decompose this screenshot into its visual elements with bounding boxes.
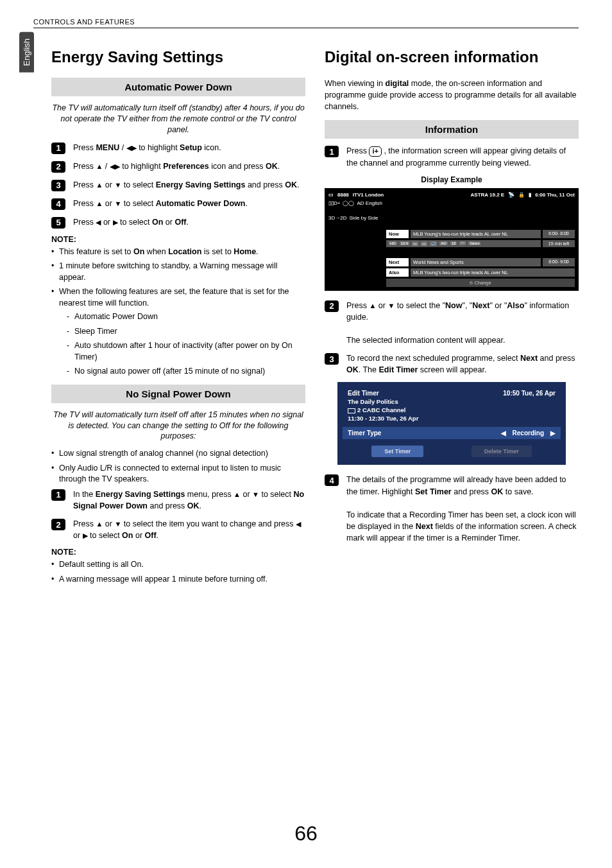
step-number-icon: 1 xyxy=(51,143,65,154)
next-programme: World News and Sports xyxy=(411,258,541,266)
subheading-no-signal: No Signal Power Down xyxy=(51,385,305,403)
apd-step-4: 4 Press ▲ or ▼ to select Automatic Power… xyxy=(51,198,305,210)
channel-info-panel: ▭ 8888 ITV1 London ASTRA 19.2 E 📡 🔒 ▮ 6:… xyxy=(325,188,579,291)
step-number-icon: 2 xyxy=(325,300,339,312)
step-text: Press ▲ or ▼ to select Automatic Power D… xyxy=(73,198,248,209)
timer-type-label: Timer Type xyxy=(348,430,381,437)
time-left: 15 min left xyxy=(543,240,575,247)
now-programme: MLB Young's two-run triple leads AL over… xyxy=(411,230,541,238)
channel-number: 8888 xyxy=(337,192,349,198)
step-text: Press ▲ or ▼ to select Energy Saving Set… xyxy=(73,179,299,191)
list-item: Auto shutdown after 1 hour of inactivity… xyxy=(67,340,305,363)
audio-icon: 🔊 xyxy=(430,241,437,246)
info-step-2: 2 Press ▲ or ▼ to select the "Now", "Nex… xyxy=(325,300,579,347)
up-arrow-icon: ▲ xyxy=(234,490,241,500)
step-text: Press MENU / ◀▶ to highlight Setup icon. xyxy=(73,142,221,153)
right-title: Digital on-screen information xyxy=(325,48,579,66)
info-button-icon: i+ xyxy=(369,146,381,156)
apd-step-3: 3 Press ▲ or ▼ to select Energy Saving S… xyxy=(51,179,305,191)
apd-step-5: 5 Press ◀ or ▶ to select On or Off. xyxy=(51,216,305,229)
now-label: Now xyxy=(386,230,409,238)
list-item: Low signal strength of analog channel (n… xyxy=(51,448,305,460)
timer-buttons: Set Timer Delete Timer xyxy=(348,446,556,457)
nspd-step-1: 1 In the Energy Saving Settings menu, pr… xyxy=(51,489,305,512)
next-time: 8:00- 9:00 xyxy=(543,258,575,266)
step-text: Press i+ , the information screen will a… xyxy=(346,145,579,168)
step-text: The details of the programme will alread… xyxy=(346,474,579,544)
dolby-icon: ▯▯D+ xyxy=(328,200,340,206)
step-number-icon: 1 xyxy=(51,489,65,501)
step-text: To record the next scheduled programme, … xyxy=(346,352,579,376)
nspd-purposes-list: Low signal strength of analog channel (n… xyxy=(51,448,305,485)
info-step-1: 1 Press i+ , the information screen will… xyxy=(325,145,579,168)
list-item: Automatic Power Down xyxy=(67,311,305,323)
list-item: This feature is set to On when Location … xyxy=(51,247,305,258)
left-arrow-icon: ◀ xyxy=(296,519,301,530)
info-step-3: 3 To record the next scheduled programme… xyxy=(325,352,579,376)
satellite-info: ASTRA 19.2 E xyxy=(471,192,505,198)
now-row: Now MLB Young's two-run triple leads AL … xyxy=(386,230,575,238)
apd-intro: The TV will automatically turn itself of… xyxy=(51,103,305,135)
left-column: Energy Saving Settings Automatic Power D… xyxy=(51,48,305,588)
down-arrow-icon: ▼ xyxy=(114,519,121,530)
list-item: 1 minute before switching to standby, a … xyxy=(51,261,305,283)
subtitle-icon: ▭ xyxy=(421,241,427,246)
step-number-icon: 5 xyxy=(51,217,65,229)
up-arrow-icon: ▲ xyxy=(96,519,103,530)
left-right-arrow-icon: ◀▶ xyxy=(126,143,137,153)
right-arrow-icon: ▶ xyxy=(83,531,88,541)
up-arrow-icon: ▲ xyxy=(369,301,376,311)
display-example-label: Display Example xyxy=(325,175,579,184)
down-arrow-icon: ▼ xyxy=(387,301,395,311)
down-arrow-icon: ▼ xyxy=(252,490,259,500)
datetime: 6:00 Thu, 11 Oct xyxy=(535,192,575,198)
subheading-information: Information xyxy=(325,120,579,139)
side-by-side-tag: Side by Side xyxy=(349,215,378,221)
right-column: Digital on-screen information When viewi… xyxy=(325,48,579,588)
step-number-icon: 2 xyxy=(51,519,65,530)
language-tab: English xyxy=(19,32,34,73)
channel-icon xyxy=(348,408,355,413)
right-arrow-icon: ▶ xyxy=(113,218,118,228)
apd-step-2: 2 Press ▲ / ◀▶ to highlight Preferences … xyxy=(51,161,305,173)
right-arrow-icon: ▶ xyxy=(550,430,556,437)
timer-title: Edit Timer xyxy=(348,390,379,397)
section-title: CONTROLS AND FEATURES xyxy=(33,18,135,26)
up-arrow-icon: ▲ xyxy=(96,180,103,191)
satellite-icon: 📡 xyxy=(508,192,514,198)
channel-name: ITV1 London xyxy=(353,192,384,198)
list-item: When the following features are set, the… xyxy=(51,286,305,378)
note-label: NOTE: xyxy=(51,235,305,244)
left-arrow-icon: ◀ xyxy=(501,430,506,437)
page-content: Energy Saving Settings Automatic Power D… xyxy=(51,48,579,588)
timer-programme: The Daily Politics xyxy=(348,398,556,405)
list-item: Default setting is all On. xyxy=(51,559,305,571)
tv-icon: ▭ xyxy=(328,192,334,198)
info-tags-row: ▯▯D+ ◯◯ AD English xyxy=(328,200,575,206)
note-label: NOTE: xyxy=(51,548,305,557)
step-number-icon: 1 xyxy=(325,146,339,157)
badges-row: HD 16:9 ▭ ▭ 🔊 AD 18 〰 News 15 min left xyxy=(386,240,575,247)
next-row: Next World News and Sports 8:00- 9:00 xyxy=(386,258,575,266)
rating-badge: 18 xyxy=(450,241,457,245)
signal-icon: ▮ xyxy=(529,192,531,198)
up-arrow-icon: ▲ xyxy=(96,199,103,209)
left-right-arrow-icon: ◀▶ xyxy=(110,162,120,172)
nspd-step-2: 2 Press ▲ or ▼ to select the item you wa… xyxy=(51,518,305,541)
list-item: No signal auto power off (after 15 minut… xyxy=(67,366,305,378)
step-text: Press ◀ or ▶ to select On or Off. xyxy=(73,216,189,228)
delete-timer-button: Delete Timer xyxy=(472,446,532,457)
timer-timeslot: 11:30 - 12:30 Tue, 26 Apr xyxy=(348,415,556,422)
stereo-icon: ◯◯ xyxy=(343,200,354,206)
subtitle-icon: ▭ xyxy=(412,241,418,246)
timer-type-value: ◀ Recording ▶ xyxy=(501,430,556,437)
list-item: Sleep Timer xyxy=(67,326,305,338)
list-item: A warning message will appear 1 minute b… xyxy=(51,574,305,586)
list-item: Only Audio L/R is connected to external … xyxy=(51,463,305,485)
also-label: Also xyxy=(386,268,409,277)
ad-badge: AD xyxy=(439,241,447,245)
info-step-4: 4 The details of the programme will alre… xyxy=(325,474,579,544)
timer-clock: 10:50 Tue, 26 Apr xyxy=(503,390,556,397)
badges-cell: HD 16:9 ▭ ▭ 🔊 AD 18 〰 News xyxy=(386,240,541,247)
up-arrow-icon: ▲ xyxy=(96,162,103,172)
